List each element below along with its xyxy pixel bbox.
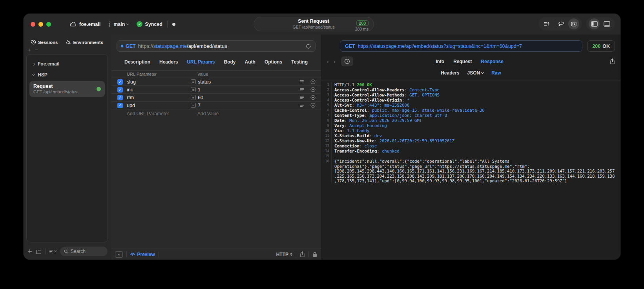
param-value[interactable]: status <box>198 79 211 85</box>
code-line: 2Access-Control-Allow-Headers: Content-T… <box>321 87 620 93</box>
next-response-button[interactable]: › <box>334 58 336 65</box>
sort-filter-button[interactable] <box>49 249 57 254</box>
toggle-bottom-panel-button[interactable] <box>601 18 612 29</box>
response-url-bar[interactable]: GET https://statuspage.me/api/embed/stat… <box>340 40 582 52</box>
project-switcher[interactable]: foe.email <box>70 22 100 27</box>
protocol-selector[interactable]: HTTP <box>276 252 292 257</box>
lock-icon[interactable] <box>312 252 317 257</box>
subtab-headers[interactable]: Headers <box>441 70 459 76</box>
param-row[interactable]: ✓ slug = status <box>111 78 321 86</box>
param-value[interactable]: 1 <box>198 87 201 93</box>
request-list-item[interactable]: Request GET /api/embed/status <box>29 81 105 97</box>
param-name[interactable]: upd <box>127 103 191 108</box>
prev-response-button[interactable]: ‹ <box>327 58 329 65</box>
tab-testing[interactable]: Testing <box>291 59 308 65</box>
tab-headers[interactable]: Headers <box>159 59 178 65</box>
tab-body[interactable]: Body <box>224 59 236 65</box>
subtab-json[interactable]: JSON <box>467 70 484 76</box>
add-session-button[interactable]: + <box>27 46 31 53</box>
export-response-icon[interactable] <box>610 58 615 64</box>
search-input[interactable]: Search <box>60 247 108 256</box>
tab-info[interactable]: Info <box>436 59 444 64</box>
response-url: https://statuspage.me/api/embed/status?s… <box>358 44 522 49</box>
param-value[interactable]: 7 <box>198 103 201 108</box>
row-options-icon[interactable] <box>297 80 307 84</box>
row-options-icon[interactable] <box>297 104 307 107</box>
response-subtabs: HeadersJSONRaw <box>321 68 620 78</box>
remove-session-button[interactable]: − <box>35 46 38 53</box>
import-request-button[interactable] <box>568 18 579 29</box>
close-window-button[interactable] <box>31 22 35 27</box>
params-header-row: URL Parameter Value <box>111 71 321 78</box>
param-checkbox[interactable]: ✓ <box>117 103 123 108</box>
param-checkbox[interactable]: ✓ <box>117 95 123 100</box>
param-name[interactable]: inc <box>127 87 191 93</box>
add-param-value-placeholder[interactable]: Add Value <box>191 111 297 116</box>
tab-url-params[interactable]: URL Params <box>187 59 215 65</box>
tab-sessions-label: Sessions <box>38 40 58 45</box>
method-selector-icon[interactable] <box>121 44 123 48</box>
remove-param-icon[interactable] <box>307 95 319 100</box>
url-params-table: URL Parameter Value ✓ slug = status ✓ in… <box>111 70 321 118</box>
remove-param-icon[interactable] <box>307 79 319 84</box>
param-row[interactable]: ✓ inc = 1 <box>111 86 321 94</box>
request-url[interactable]: https://statuspage.me/api/embed/status <box>138 43 227 49</box>
project-name: foe.email <box>79 22 100 27</box>
row-options-icon[interactable] <box>297 88 307 92</box>
row-options-icon[interactable] <box>297 96 307 100</box>
tree-group-hsp[interactable]: HSP <box>29 69 105 80</box>
tab-description[interactable]: Description <box>124 59 150 65</box>
tab-sessions[interactable]: Sessions <box>31 38 58 46</box>
sidebar: Sessions Environments + − Foe.email <box>24 35 111 260</box>
add-param-row[interactable]: Add URL Parameter Add Value <box>111 109 321 118</box>
share-icon[interactable] <box>300 251 305 257</box>
branch-selector[interactable]: main <box>108 22 129 27</box>
request-duration: 280 ms <box>355 27 369 32</box>
param-value[interactable]: 60 <box>198 95 203 100</box>
code-line: 4Access-Control-Allow-Origin: * <box>321 98 620 103</box>
param-name[interactable]: rtm <box>127 95 191 100</box>
add-request-button[interactable] <box>27 249 32 254</box>
collapse-panel-button[interactable]: ▲ <box>115 251 123 258</box>
lasso-select-button[interactable] <box>556 18 567 29</box>
param-name[interactable]: slug <box>127 79 191 85</box>
response-status-code: 200 <box>592 44 600 49</box>
tab-environments[interactable]: Environments <box>66 38 103 46</box>
sync-status[interactable]: ✓ Synced <box>137 21 162 27</box>
status-dot <box>172 23 175 26</box>
remove-param-icon[interactable] <box>307 87 319 92</box>
titlebar-divider <box>167 21 168 28</box>
request-item-title: Request <box>33 84 101 89</box>
divider <box>45 248 46 254</box>
export-session-button[interactable] <box>541 18 552 29</box>
response-status-badge: 200 OK <box>587 40 615 52</box>
sync-label: Synced <box>145 22 162 27</box>
tab-auth[interactable]: Auth <box>245 59 255 65</box>
tab-options[interactable]: Options <box>265 59 282 65</box>
new-folder-button[interactable] <box>36 249 42 254</box>
add-param-name-placeholder[interactable]: Add URL Parameter <box>127 111 191 116</box>
remove-param-icon[interactable] <box>307 103 319 108</box>
history-button[interactable] <box>341 56 353 66</box>
zoom-window-button[interactable] <box>46 22 51 27</box>
equals-icon: = <box>191 79 196 84</box>
tree-group-foe-email[interactable]: Foe.email <box>29 58 105 69</box>
param-row[interactable]: ✓ rtm = 60 <box>111 94 321 102</box>
param-row[interactable]: ✓ upd = 7 <box>111 102 321 109</box>
param-checkbox[interactable]: ✓ <box>117 79 123 85</box>
resend-request-icon[interactable] <box>306 44 311 49</box>
preview-button[interactable]: </> Preview <box>130 252 155 257</box>
request-method[interactable]: GET <box>126 44 136 49</box>
param-checkbox[interactable]: ✓ <box>117 87 123 93</box>
toggle-sidebar-button[interactable] <box>589 18 600 29</box>
minimize-window-button[interactable] <box>38 22 43 27</box>
check-circle-icon: ✓ <box>137 21 142 27</box>
request-url-bar[interactable]: GET https://statuspage.me/api/embed/stat… <box>117 40 316 52</box>
subtab-raw[interactable]: Raw <box>491 70 501 76</box>
response-body[interactable]: 1HTTP/1.1 200 OK2Access-Control-Allow-He… <box>321 80 620 260</box>
response-tabs: InfoRequestResponse <box>436 59 504 64</box>
tab-response[interactable]: Response <box>481 59 504 64</box>
sent-request-summary[interactable]: Sent Request GET /api/embed/status 200 2… <box>254 17 374 31</box>
tab-request[interactable]: Request <box>453 59 472 64</box>
sidebar-footer: Search <box>24 245 111 260</box>
